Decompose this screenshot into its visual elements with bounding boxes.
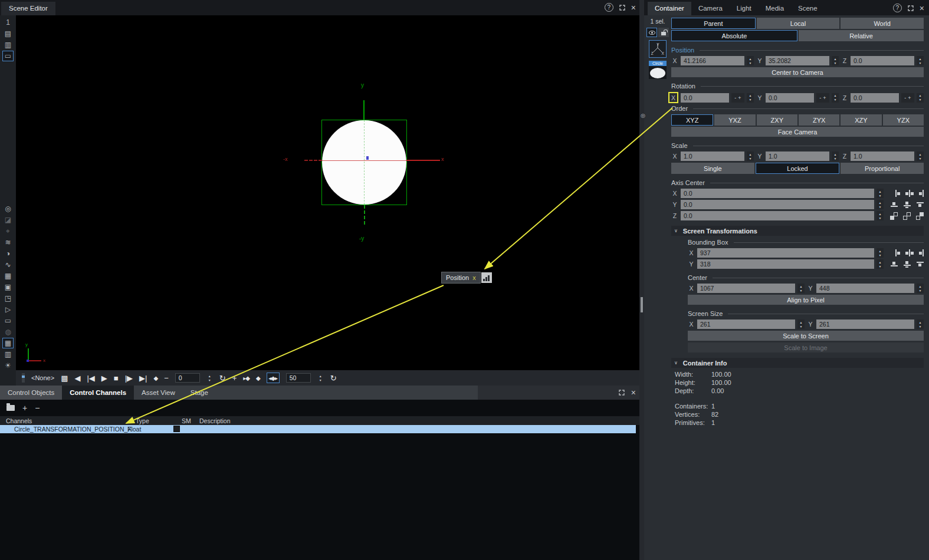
axis-orientation-widget[interactable]: Y Z X bbox=[649, 40, 667, 58]
align-middle-icon[interactable] bbox=[903, 261, 911, 268]
help-icon[interactable]: ? bbox=[605, 3, 613, 12]
bulb-icon[interactable]: ◍ bbox=[2, 327, 14, 337]
play-frame-icon[interactable]: ▷ bbox=[2, 304, 14, 315]
bbox-y-spinner[interactable]: ▲▼ bbox=[877, 259, 884, 269]
position-y-spinner[interactable]: ▲▼ bbox=[832, 56, 839, 65]
stop-button[interactable]: ■ bbox=[114, 374, 119, 383]
order-yxz-button[interactable]: YXZ bbox=[714, 114, 755, 126]
align-center-x-icon[interactable] bbox=[905, 249, 914, 257]
space-world-button[interactable]: World bbox=[841, 18, 924, 29]
rotation-x-spinner[interactable]: ▲▼ bbox=[747, 93, 754, 103]
loop-end-icon[interactable]: ↻ bbox=[330, 374, 337, 383]
align-right-icon[interactable] bbox=[919, 249, 924, 257]
end-frame-spinner[interactable]: ▲▼ bbox=[317, 373, 324, 383]
rotation-z-dec-inc[interactable]: -+ bbox=[901, 93, 914, 103]
position-pin-icon[interactable]: ⌖ bbox=[2, 226, 14, 236]
center-y-input[interactable]: 448 bbox=[816, 284, 914, 293]
rotation-y-spinner[interactable]: ▲▼ bbox=[832, 93, 839, 103]
start-frame-input[interactable]: 0 bbox=[175, 373, 200, 383]
expand-icon[interactable] bbox=[907, 5, 914, 12]
tab-camera[interactable]: Camera bbox=[691, 2, 730, 15]
align-top-icon[interactable] bbox=[916, 262, 924, 266]
lock-toggle[interactable] bbox=[658, 28, 669, 37]
rotation-x-input[interactable]: 0.0 bbox=[681, 93, 729, 103]
scale-single-button[interactable]: Single bbox=[671, 163, 754, 174]
order-xzy-button[interactable]: XZY bbox=[841, 114, 881, 126]
rotation-x-dec-inc[interactable]: -+ bbox=[731, 93, 744, 103]
space-local-button[interactable]: Local bbox=[757, 18, 840, 29]
remove-channel-button[interactable]: − bbox=[35, 404, 40, 412]
order-xyz-button[interactable]: XYZ bbox=[671, 114, 713, 126]
scale-z-input[interactable]: 1.0 bbox=[851, 151, 914, 161]
align-bottom-icon[interactable] bbox=[890, 262, 898, 266]
scale-x-spinner[interactable]: ▲▼ bbox=[747, 151, 754, 161]
order-zyx-button[interactable]: ZYX bbox=[799, 114, 839, 126]
sm-checkbox[interactable] bbox=[173, 426, 180, 432]
add-folder-icon[interactable] bbox=[6, 405, 15, 411]
position-x-input[interactable]: 41.2166 bbox=[681, 56, 744, 65]
contrast-icon[interactable]: ◑ bbox=[2, 248, 14, 259]
keyframe-icon[interactable]: ◆ bbox=[153, 375, 157, 381]
position-z-input[interactable]: 0.0 bbox=[851, 56, 914, 65]
position-y-input[interactable]: 35.2082 bbox=[766, 56, 829, 65]
position-z-spinner[interactable]: ▲▼ bbox=[917, 56, 924, 65]
expand-icon[interactable] bbox=[618, 389, 625, 396]
channel-drag-tag[interactable]: Position x bbox=[441, 272, 492, 284]
clip-selector[interactable]: <None> bbox=[31, 374, 54, 381]
screen-size-y-input[interactable]: 261 bbox=[816, 319, 914, 329]
screen-size-x-spinner[interactable]: ▲▼ bbox=[797, 319, 805, 329]
rotation-z-input[interactable]: 0.0 bbox=[851, 93, 899, 103]
align-center-x-icon[interactable] bbox=[905, 190, 914, 197]
tab-asset-view[interactable]: Asset View bbox=[134, 386, 183, 400]
close-icon[interactable]: × bbox=[920, 4, 924, 12]
focus-record-icon[interactable]: ◎ bbox=[2, 203, 14, 214]
position-x-spinner[interactable]: ▲▼ bbox=[747, 56, 754, 65]
order-yzx-button[interactable]: YZX bbox=[883, 114, 924, 126]
add-keyframe-icon[interactable]: ◆ bbox=[256, 375, 260, 381]
go-to-end-button[interactable]: ▶| bbox=[139, 374, 147, 383]
scene-editor-tab[interactable]: Scene Editor bbox=[1, 2, 55, 15]
scale-z-spinner[interactable]: ▲▼ bbox=[917, 151, 924, 161]
monitor-view-icon[interactable]: ▭ bbox=[2, 51, 14, 61]
screen-transformations-header[interactable]: ∨ Screen Transformations bbox=[671, 226, 924, 236]
center-x-input[interactable]: 1067 bbox=[697, 284, 795, 293]
rotation-z-spinner[interactable]: ▲▼ bbox=[917, 93, 924, 103]
path-nodes-icon[interactable]: ∿ bbox=[2, 259, 14, 270]
close-icon[interactable]: × bbox=[631, 388, 636, 397]
mode-relative-button[interactable]: Relative bbox=[799, 30, 924, 41]
center-y-spinner[interactable]: ▲▼ bbox=[917, 284, 924, 293]
align-left-icon[interactable] bbox=[895, 190, 900, 197]
z-front-icon[interactable] bbox=[916, 212, 924, 220]
scale-locked-button[interactable]: Locked bbox=[756, 163, 840, 174]
tab-control-channels[interactable]: Control Channels bbox=[62, 386, 134, 400]
play-reverse-button[interactable]: ◀ bbox=[74, 374, 80, 383]
tag-chart-icon[interactable] bbox=[481, 272, 492, 283]
tab-container[interactable]: Container bbox=[648, 2, 691, 15]
align-middle-icon[interactable] bbox=[903, 202, 911, 208]
align-top-icon[interactable] bbox=[916, 202, 924, 207]
go-to-start-button[interactable]: |◀ bbox=[87, 374, 94, 383]
face-camera-button[interactable]: Face Camera bbox=[671, 127, 924, 137]
next-keyframe-icon[interactable]: ▸◆ bbox=[243, 375, 250, 381]
tab-media[interactable]: Media bbox=[759, 2, 791, 15]
safe-area-icon[interactable]: ▣ bbox=[2, 282, 14, 292]
scale-x-input[interactable]: 1.0 bbox=[681, 151, 744, 161]
brightness-icon[interactable]: ☀ bbox=[2, 360, 14, 371]
add-channel-button[interactable]: + bbox=[22, 404, 27, 412]
align-to-pixel-button[interactable]: Align to Pixel bbox=[688, 295, 924, 305]
title-area-icon[interactable]: ◳ bbox=[2, 293, 14, 304]
start-frame-spinner[interactable]: ▲▼ bbox=[206, 373, 213, 383]
help-icon[interactable]: ? bbox=[893, 4, 902, 12]
reference-card-icon[interactable]: ▥ bbox=[2, 39, 14, 50]
tab-light[interactable]: Light bbox=[730, 2, 759, 15]
camera-icon[interactable]: ◪ bbox=[2, 215, 14, 225]
key-grid-icon[interactable]: ▦ bbox=[2, 271, 14, 281]
decrement-button[interactable]: − bbox=[164, 374, 169, 383]
end-frame-input[interactable]: 50 bbox=[286, 373, 311, 383]
screen-size-x-input[interactable]: 261 bbox=[697, 319, 795, 329]
layers-icon[interactable]: ≋ bbox=[2, 237, 14, 248]
increment-button[interactable]: + bbox=[232, 374, 237, 383]
mode-absolute-button[interactable]: Absolute bbox=[671, 30, 797, 41]
axis-center-y-input[interactable]: 0.0 bbox=[681, 200, 874, 209]
axis-center-z-input[interactable]: 0.0 bbox=[681, 211, 874, 220]
